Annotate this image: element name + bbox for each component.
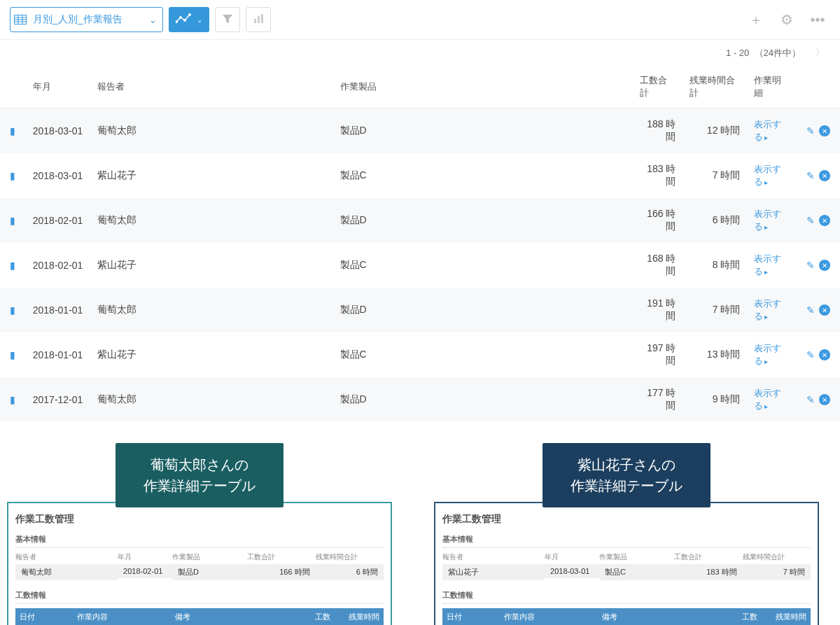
table-row[interactable]: ▮2018-02-01紫山花子製品C168 時間8 時間表示する▸✎✕ [0,243,840,288]
cell-product: 製品D [333,288,634,332]
col-reporter[interactable]: 報告者 [90,66,333,108]
detail-table-left: 日付 作業内容 備考 工数 残業時間 2018-02-01加工・組立9 時間1 … [15,608,384,625]
svg-rect-13 [261,14,263,23]
cell-product: 製品C [333,243,634,288]
col-overtime[interactable]: 残業時間合計 [682,66,747,108]
cell-overtime: 12 時間 [682,108,747,154]
col-detail[interactable]: 作業明細 [747,66,797,108]
pager-next-button[interactable]: 〉 [815,45,826,60]
cell-product: 製品C [333,153,634,198]
edit-icon[interactable]: ✎ [806,349,815,360]
section-basic-label: 基本情報 [442,531,811,548]
cell-date: 2018-01-01 [26,288,90,332]
cell-overtime: 6 時間 [682,198,747,243]
cell-overtime: 9 時間 [682,377,747,422]
detail-link[interactable]: 表示する▸ [754,164,781,187]
document-icon: ▮ [10,394,15,405]
chart-mode-button[interactable]: ⌄ [169,7,209,32]
section-detail-label: 工数情報 [442,587,811,604]
document-icon: ▮ [10,304,15,316]
svg-rect-11 [254,19,256,23]
cell-reporter: 葡萄太郎 [90,377,333,422]
funnel-icon [222,13,233,27]
edit-icon[interactable]: ✎ [806,215,815,226]
card-title-right: 紫山花子さんの 作業詳細テーブル [542,443,710,507]
svg-point-9 [183,19,186,22]
detail-link[interactable]: 表示する▸ [754,119,781,142]
detail-link[interactable]: 表示する▸ [754,253,781,276]
cell-hours: 166 時間 [633,198,682,243]
cell-date: 2018-03-01 [26,153,90,198]
table-row[interactable]: ▮2017-12-01葡萄太郎製品D177 時間9 時間表示する▸✎✕ [0,377,840,422]
edit-icon[interactable]: ✎ [806,125,815,136]
detail-card-right: 作業工数管理 基本情報 報告者紫山花子 年月2018-03-01 作業製品製品C… [434,502,819,625]
col-date[interactable]: 年月 [26,66,90,108]
cell-hours: 168 時間 [633,243,682,288]
delete-icon[interactable]: ✕ [819,349,830,360]
table-row[interactable]: ▮2018-01-01紫山花子製品C197 時間13 時間表示する▸✎✕ [0,332,840,377]
detail-link[interactable]: 表示する▸ [754,298,781,321]
chevron-down-icon: ⌄ [144,15,162,25]
col-product[interactable]: 作業製品 [333,66,634,108]
cell-hours: 177 時間 [633,377,682,422]
add-button[interactable]: ＋ [743,7,769,32]
table-row[interactable]: ▮2018-01-01葡萄太郎製品D191 時間7 時間表示する▸✎✕ [0,288,840,332]
cell-hours: 188 時間 [633,108,682,154]
document-icon: ▮ [10,125,15,136]
cell-product: 製品C [333,332,634,377]
cell-reporter: 紫山花子 [90,153,333,198]
table-row[interactable]: ▮2018-02-01葡萄太郎製品D166 時間6 時間表示する▸✎✕ [0,198,840,243]
document-icon: ▮ [10,349,15,360]
card-title-left: 葡萄太郎さんの 作業詳細テーブル [115,443,284,507]
filter-button[interactable] [215,7,240,32]
cell-reporter: 葡萄太郎 [90,108,333,154]
cell-hours: 197 時間 [633,332,682,377]
delete-icon[interactable]: ✕ [819,170,830,181]
view-selector-label: 月別_人別_作業報告 [30,13,144,26]
delete-icon[interactable]: ✕ [819,215,830,226]
cell-product: 製品D [333,108,634,154]
cell-hours: 191 時間 [633,288,682,332]
edit-icon[interactable]: ✎ [806,170,815,181]
delete-icon[interactable]: ✕ [819,125,830,136]
detail-link[interactable]: 表示する▸ [754,343,781,366]
detail-link[interactable]: 表示する▸ [754,388,781,411]
gear-icon: ⚙ [780,11,793,28]
chevron-down-icon: ⌄ [197,16,202,24]
view-selector[interactable]: 月別_人別_作業報告 ⌄ [10,7,163,32]
col-hours[interactable]: 工数合計 [633,66,682,108]
line-chart-icon [176,13,192,27]
more-icon: ••• [810,12,825,28]
card-header: 作業工数管理 [442,510,811,531]
settings-button[interactable]: ⚙ [774,7,799,32]
bar-chart-icon [253,13,264,27]
cell-reporter: 葡萄太郎 [90,288,333,332]
delete-icon[interactable]: ✕ [819,394,830,405]
document-icon: ▮ [10,170,15,181]
cell-reporter: 葡萄太郎 [90,198,333,243]
document-icon: ▮ [10,215,15,226]
edit-icon[interactable]: ✎ [806,304,815,316]
main-table: 年月 報告者 作業製品 工数合計 残業時間合計 作業明細 ▮2018-03-01… [0,66,840,422]
section-detail-label: 工数情報 [15,587,384,604]
cell-overtime: 13 時間 [682,332,747,377]
detail-link[interactable]: 表示する▸ [754,209,781,232]
table-row[interactable]: ▮2018-03-01紫山花子製品C183 時間7 時間表示する▸✎✕ [0,153,840,198]
cell-product: 製品D [333,377,634,422]
cell-product: 製品D [333,198,634,243]
table-row[interactable]: ▮2018-03-01葡萄太郎製品D188 時間12 時間表示する▸✎✕ [0,108,840,154]
pager-range: 1 - 20 （24件中） [726,47,801,59]
cell-date: 2018-03-01 [26,108,90,154]
cell-overtime: 8 時間 [682,243,747,288]
cell-overtime: 7 時間 [682,288,747,332]
delete-icon[interactable]: ✕ [819,304,830,316]
plus-icon: ＋ [749,10,763,29]
more-button[interactable]: ••• [805,7,830,32]
svg-rect-12 [258,16,260,23]
bar-chart-button[interactable] [246,7,271,32]
delete-icon[interactable]: ✕ [819,260,830,271]
cell-date: 2018-02-01 [26,243,90,288]
edit-icon[interactable]: ✎ [806,394,815,405]
table-icon [10,8,30,31]
edit-icon[interactable]: ✎ [806,260,815,271]
